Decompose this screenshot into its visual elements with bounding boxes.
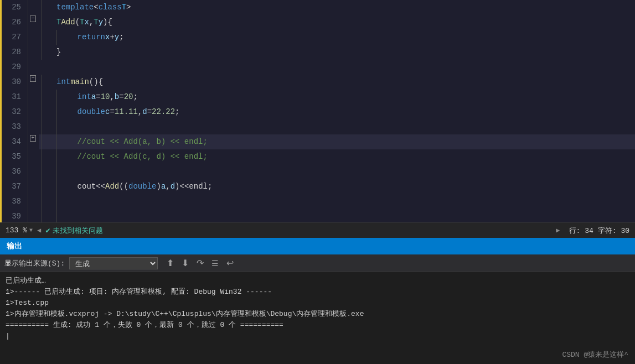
check-icon: ✔ (45, 226, 50, 235)
code-line-25: template<class T> (39, 0, 635, 15)
toolbar-btn-next[interactable]: ↷ (194, 257, 206, 269)
line-numbers: 25 26 27 28 29 30 31 32 33 34 35 36 37 3… (2, 0, 28, 222)
code-line-30: int main() { (39, 75, 635, 90)
zoom-value: 133 % (6, 226, 27, 235)
status-bar: 133 % ▼ ◀ ✔ 未找到相关问题 ▶ 行: 34 字符: 30 (0, 222, 635, 238)
output-panel: 输出 显示输出来源(S): 生成 调试 错误列表 ⬆ ⬇ ↷ ☰ ↩ 已启动生成… (0, 238, 635, 349)
toolbar-btn-up[interactable]: ⬆ (164, 257, 176, 269)
zoom-control[interactable]: 133 % ▼ (6, 226, 33, 235)
watermark: CSDN @猿来是这样^ (562, 350, 628, 360)
code-line-37: cout << Add((double)a, d) << endl; (39, 179, 635, 194)
fold-minus-30[interactable]: − (30, 75, 36, 82)
output-content: 已启动生成… 1>------ 已启动生成: 项目: 内存管理和模板, 配置: … (0, 272, 635, 349)
status-message: 未找到相关问题 (53, 226, 103, 236)
code-lines: template<class T> T Add(T x, T y) { retu… (39, 0, 635, 222)
col-info: 字符: 30 (598, 226, 629, 236)
code-line-28: } (39, 45, 635, 60)
toolbar-btn-down[interactable]: ⬇ (179, 257, 191, 269)
code-container: 25 26 27 28 29 30 31 32 33 34 35 36 37 3… (0, 0, 635, 222)
toolbar-btn-clear[interactable]: ☰ (209, 258, 221, 269)
output-header: 输出 (0, 238, 635, 254)
output-source-select[interactable]: 生成 调试 错误列表 (69, 257, 158, 269)
code-line-36 (39, 164, 635, 179)
status-ok: ✔ 未找到相关问题 (45, 226, 102, 236)
output-line-1: 已启动生成… (6, 275, 629, 287)
code-line-27: return x + y; (39, 30, 635, 45)
scroll-right-arrow[interactable]: ▶ (556, 226, 560, 235)
row-info: 行: 34 (569, 226, 593, 236)
output-title: 输出 (7, 241, 22, 251)
editor-area: 25 26 27 28 29 30 31 32 33 34 35 36 37 3… (0, 0, 635, 238)
code-line-33 (39, 119, 635, 134)
fold-minus-26[interactable]: − (30, 15, 36, 22)
output-toolbar: 显示输出来源(S): 生成 调试 错误列表 ⬆ ⬇ ↷ ☰ ↩ (0, 254, 635, 272)
output-source-label: 显示输出来源(S): (4, 258, 65, 268)
code-line-26: T Add(T x, T y) { (39, 15, 635, 30)
output-line-2: 1>------ 已启动生成: 项目: 内存管理和模板, 配置: Debug W… (6, 287, 629, 298)
output-line-5: ========== 生成: 成功 1 个，失败 0 个，最新 0 个，跳过 0… (6, 320, 629, 331)
code-line-38 (39, 194, 635, 209)
toolbar-btn-wrap[interactable]: ↩ (224, 257, 236, 269)
output-cursor: | (6, 331, 629, 342)
code-line-29 (39, 60, 635, 75)
fold-plus-34[interactable]: + (30, 135, 36, 142)
code-line-35: //cout << Add(c, d) << endl; (39, 149, 635, 164)
code-line-31: int a = 10, b = 20; (39, 90, 635, 105)
scroll-left-arrow[interactable]: ◀ (37, 226, 41, 235)
output-line-4: 1>内存管理和模板.vcxproj -> D:\study\C++\Cplusp… (6, 309, 629, 320)
zoom-dropdown-icon[interactable]: ▼ (29, 227, 33, 233)
code-line-32: double c = 11.11, d = 22.22; (39, 105, 635, 119)
output-line-3: 1>Test.cpp (6, 298, 629, 309)
code-line-34: //cout << Add(a, b) << endl; (39, 134, 635, 149)
code-line-39 (39, 209, 635, 222)
fold-gutter: − − + (28, 0, 39, 222)
